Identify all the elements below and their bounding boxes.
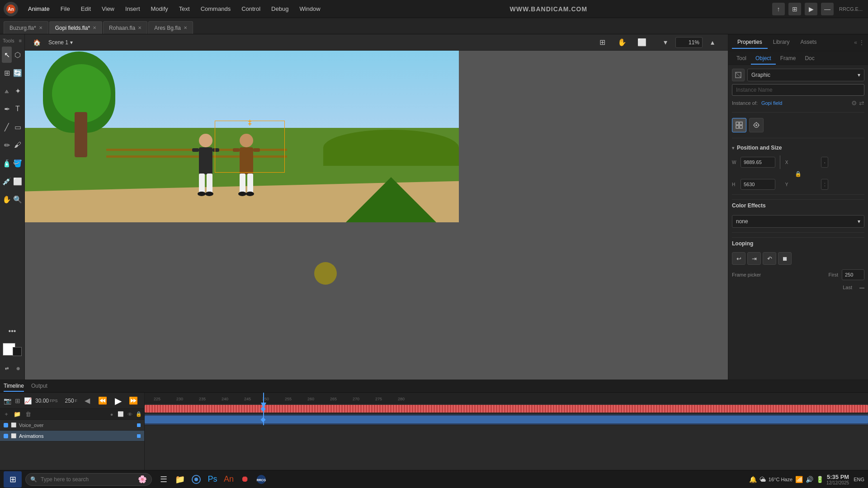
instance-name-input[interactable] [732, 84, 864, 96]
instance-swap-btn[interactable]: ⇄ [859, 99, 864, 107]
animate-taskbar-btn[interactable]: An [221, 471, 237, 488]
chrome-btn[interactable] [188, 471, 204, 488]
delete-layer-btn[interactable]: 🗑 [24, 410, 33, 418]
snap-to[interactable]: ⊕ [13, 360, 23, 376]
menu-debug[interactable]: Debug [267, 4, 293, 14]
position-size-header[interactable]: ▾ Position and Size [732, 143, 864, 153]
text-tool[interactable]: T [13, 101, 23, 117]
ink-bottle-tool[interactable]: 🧴 [2, 155, 12, 171]
tools-menu[interactable]: ≡ [19, 38, 22, 43]
zoom-up-btn[interactable]: ▴ [704, 34, 721, 51]
battery-icon[interactable]: 🔋 [816, 476, 824, 483]
menu-window[interactable]: Window [295, 4, 325, 14]
canvas-wrapper[interactable]: + [25, 51, 728, 380]
zoom-tool[interactable]: 🔍 [13, 191, 23, 207]
sub-tab-frame[interactable]: Frame [776, 53, 801, 65]
loop-btn-3[interactable]: ↶ [763, 252, 776, 265]
brush-tool[interactable]: 🖌 [13, 137, 23, 153]
rrcg-btn[interactable]: RRCG [253, 471, 269, 488]
file-explorer-btn[interactable]: 📁 [172, 471, 188, 488]
canvas-hand-btn[interactable]: ✋ [614, 34, 630, 51]
eraser-tool[interactable]: ⬜ [13, 173, 23, 189]
zoom-input[interactable] [675, 37, 703, 48]
sub-tab-doc[interactable]: Doc [800, 53, 819, 65]
color-effects-header[interactable]: Color Effects [732, 199, 864, 211]
tl-camera-btn[interactable]: 📷 [4, 395, 11, 406]
layer-animations[interactable]: ⬜ Animations [0, 431, 144, 441]
menu-file[interactable]: File [56, 4, 75, 14]
menu-text[interactable]: Text [175, 4, 194, 14]
symbol-grid-btn[interactable] [732, 118, 746, 132]
search-bar[interactable]: 🔍 🌸 [25, 473, 152, 486]
canvas-grid-btn[interactable]: ⊞ [594, 34, 610, 51]
add-folder-btn[interactable]: 📁 [13, 410, 22, 418]
tab-ares-bg[interactable]: Ares Bg.fla ✕ [148, 21, 193, 34]
play-btn[interactable]: ▶ [112, 394, 124, 407]
looping-header[interactable]: Looping [732, 237, 864, 249]
search-input[interactable] [41, 476, 134, 483]
timeline-right[interactable]: 225 230 235 240 245 250 255 260 265 270 … [145, 393, 868, 470]
tab-assets[interactable]: Assets [795, 36, 822, 49]
zoom-down-btn[interactable]: ▾ [657, 34, 674, 51]
tab-buzurg[interactable]: Buzurg.fla* ✕ [4, 21, 48, 34]
sub-tab-tool[interactable]: Tool [732, 53, 751, 65]
notification-icon[interactable]: 🔔 [749, 476, 757, 483]
swap-colors[interactable]: ⇄ [2, 360, 11, 376]
menu-animate[interactable]: Animate [24, 4, 54, 14]
workspace-btn[interactable]: ⊞ [788, 3, 801, 15]
subselect-tool[interactable]: ⬡ [13, 47, 23, 63]
upload-btn[interactable]: ↑ [772, 3, 785, 15]
add-layer-btn[interactable]: + [2, 410, 11, 418]
canvas-outline-btn[interactable]: ⬜ [634, 34, 650, 51]
menu-control[interactable]: Control [237, 4, 265, 14]
x-input[interactable] [821, 157, 828, 168]
tl-nest-btn[interactable]: ⊞ [15, 395, 20, 406]
tab-properties[interactable]: Properties [732, 36, 768, 49]
scene-selector[interactable]: Scene 1 ▾ [48, 39, 73, 46]
tab-gopi-fields-close[interactable]: ✕ [93, 25, 96, 30]
paint-bucket-tool[interactable]: 🪣 [13, 155, 23, 171]
rect-tool[interactable]: ▭ [13, 119, 23, 135]
sub-tab-object[interactable]: Object [751, 53, 776, 65]
tab-library[interactable]: Library [768, 36, 795, 49]
tl-graph-btn[interactable]: 📈 [24, 395, 32, 406]
tab-gopi-fields[interactable]: Gopi fields.fla* ✕ [49, 21, 102, 34]
select-tool[interactable]: ↖ [2, 47, 12, 63]
playhead[interactable] [263, 404, 264, 425]
scene-home[interactable]: 🏠 [28, 34, 45, 51]
line-tool[interactable]: ╱ [2, 119, 12, 135]
y-input[interactable] [821, 179, 828, 190]
magic-wand[interactable]: ✦ [13, 83, 23, 99]
record-btn[interactable]: ⏺ [237, 471, 253, 488]
menu-edit[interactable]: Edit [76, 4, 95, 14]
publish-btn[interactable]: ▶ [805, 3, 817, 15]
step-back-btn[interactable]: ⏪ [96, 394, 109, 407]
minimize-btn[interactable]: — [821, 3, 834, 15]
lock-aspect-btn[interactable]: 🔒 [795, 171, 802, 177]
photoshop-btn[interactable]: Ps [204, 471, 221, 488]
step-forward-btn[interactable]: ⏩ [127, 394, 140, 407]
symbol-nested-btn[interactable] [749, 118, 764, 132]
menu-modify[interactable]: Modify [146, 4, 173, 14]
panel-settings-btn[interactable]: ⋮ [859, 39, 864, 46]
loop-btn-2[interactable]: ⇥ [747, 252, 761, 265]
tab-ares-bg-close[interactable]: ✕ [184, 25, 187, 30]
tab-buzurg-close[interactable]: ✕ [39, 25, 42, 30]
more-tools[interactable]: ••• [4, 323, 20, 339]
transform-3d-tool[interactable]: 🔄 [13, 65, 23, 81]
prev-keyframe-btn[interactable]: ◀ [81, 394, 94, 407]
menu-commands[interactable]: Commands [196, 4, 235, 14]
color-effects-dropdown[interactable]: none ▾ [732, 215, 864, 228]
tab-rohaan[interactable]: Rohaan.fla ✕ [103, 21, 147, 34]
loop-btn-1[interactable]: ↩ [732, 252, 745, 265]
loop-btn-4[interactable]: ⏹ [778, 252, 792, 265]
pen-tool[interactable]: ✒ [2, 101, 12, 117]
lasso-tool[interactable]: ⟁ [2, 83, 12, 99]
first-input[interactable] [842, 269, 864, 280]
task-view-btn[interactable]: ☰ [156, 471, 172, 488]
stroke-color-swatch[interactable] [13, 347, 22, 356]
timeline-tab-output[interactable]: Output [31, 381, 47, 392]
panel-expand-btn[interactable]: « [854, 39, 857, 46]
timeline-tab-timeline[interactable]: Timeline [4, 381, 24, 392]
volume-icon[interactable]: 🔊 [806, 476, 813, 483]
